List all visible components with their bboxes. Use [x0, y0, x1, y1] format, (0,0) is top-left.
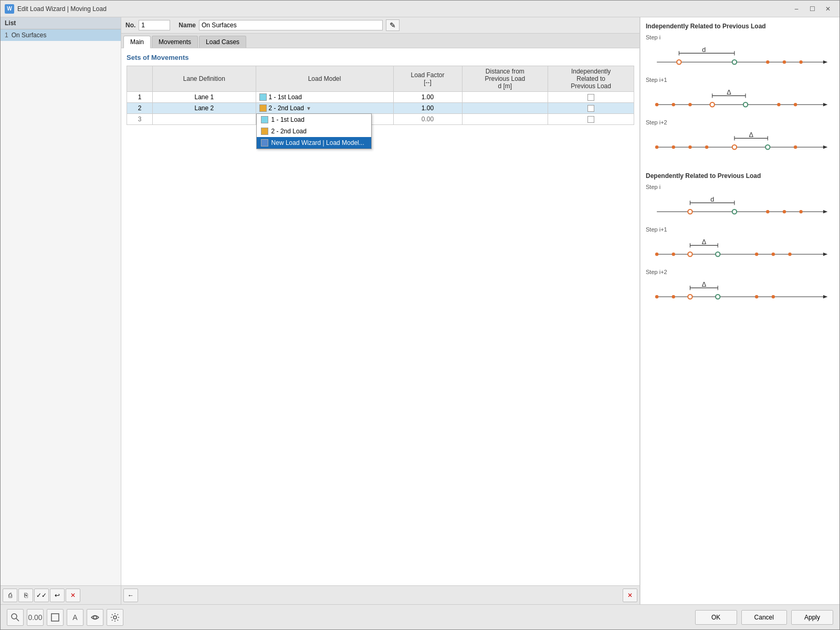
- delete-button[interactable]: ✕: [66, 589, 80, 602]
- footer: 0.00 A: [1, 604, 839, 629]
- list-item[interactable]: 1 On Surfaces: [1, 29, 121, 41]
- bottom-right-tools: ✕: [623, 589, 637, 602]
- svg-rect-75: [51, 614, 59, 621]
- measure-tool-button[interactable]: 0.00: [27, 609, 44, 626]
- independently-section: Independently Related to Previous Load S…: [646, 23, 834, 162]
- apply-button[interactable]: Apply: [791, 610, 833, 625]
- row3-checkbox[interactable]: [587, 116, 594, 123]
- svg-point-73: [12, 614, 17, 619]
- svg-marker-1: [823, 60, 827, 64]
- svg-point-23: [794, 103, 797, 106]
- row3-dist: [462, 114, 548, 125]
- svg-point-76: [93, 616, 97, 619]
- movements-table: Lane Definition Load Model Load Factor[-…: [127, 66, 634, 125]
- svg-point-56: [688, 252, 692, 256]
- dep-step-i2-diagram: Δ: [646, 278, 834, 310]
- dependently-section: Dependently Related to Previous Load Ste…: [646, 172, 834, 311]
- insert-row-button[interactable]: ←: [123, 589, 138, 602]
- svg-point-47: [799, 210, 802, 213]
- row2-dist: [462, 103, 548, 114]
- svg-marker-49: [823, 253, 827, 256]
- text-tool-button[interactable]: A: [67, 609, 83, 626]
- row2-checkbox[interactable]: [587, 105, 594, 112]
- tab-load-cases[interactable]: Load Cases: [199, 36, 246, 48]
- tab-main[interactable]: Main: [123, 36, 151, 48]
- row2-dropdown-arrow[interactable]: ▼: [306, 106, 311, 111]
- svg-point-8: [766, 60, 769, 64]
- row2-factor: 1.00: [393, 103, 462, 114]
- view-tool-button[interactable]: [87, 609, 103, 626]
- duplicate-button[interactable]: ⎘: [18, 589, 33, 602]
- check-button[interactable]: ✓✓: [34, 589, 49, 602]
- svg-point-22: [777, 103, 780, 106]
- row1-factor: 1.00: [393, 92, 462, 103]
- app-icon: W: [5, 4, 14, 14]
- select-icon: [50, 613, 60, 622]
- form-header: No. Name ✎: [121, 17, 639, 34]
- undo-button[interactable]: ↩: [50, 589, 65, 602]
- svg-point-67: [655, 295, 658, 298]
- center-panel: No. Name ✎ Main Movements Load Cases Set…: [121, 17, 640, 604]
- svg-text:d: d: [710, 196, 714, 203]
- minimize-button[interactable]: –: [789, 3, 804, 15]
- edit-name-button[interactable]: ✎: [386, 19, 400, 31]
- row1-indep: [548, 92, 634, 103]
- list-item-num: 1: [5, 32, 8, 39]
- col-header-dist: Distance fromPrevious Loadd [m]: [462, 66, 548, 92]
- dropdown-color-1: [261, 116, 268, 123]
- svg-text:d: d: [702, 46, 706, 54]
- svg-point-7: [732, 60, 737, 64]
- name-input[interactable]: [199, 20, 383, 30]
- name-field: Name ✎: [178, 19, 400, 31]
- svg-point-19: [688, 103, 691, 106]
- settings-tool-button[interactable]: [107, 609, 123, 626]
- dep-step-i1-diagram: Δ: [646, 236, 834, 267]
- close-button[interactable]: ✕: [821, 3, 835, 15]
- dropdown-item-1st[interactable]: 1 - 1st Load: [257, 114, 371, 125]
- dropdown-item-new[interactable]: New Load Wizard | Load Model...: [257, 137, 371, 149]
- row1-load-label: 1 - 1st Load: [269, 93, 302, 101]
- no-input[interactable]: [139, 20, 170, 30]
- step-i-label: Step i: [646, 34, 834, 40]
- row1-num: 1: [127, 92, 153, 103]
- ok-button[interactable]: OK: [695, 610, 737, 625]
- bottom-left-tools: ←: [123, 589, 138, 602]
- name-label: Name: [178, 22, 196, 29]
- list-toolbar: ⎙ ⎘ ✓✓ ↩ ✕: [1, 585, 121, 604]
- dep-step-i-diagram: d: [646, 193, 834, 225]
- dropdown-color-2: [261, 128, 268, 135]
- right-panel: Independently Related to Previous Load S…: [640, 17, 839, 604]
- row2-indep: [548, 103, 634, 114]
- svg-marker-62: [823, 295, 827, 298]
- row1-load[interactable]: 1 - 1st Load: [256, 92, 393, 103]
- main-window: W Edit Load Wizard | Moving Load – ☐ ✕ L…: [0, 0, 840, 630]
- footer-actions: OK Cancel Apply: [695, 610, 833, 625]
- window-controls: – ☐ ✕: [789, 3, 835, 15]
- svg-point-58: [755, 253, 758, 256]
- add-item-button[interactable]: ⎙: [3, 589, 17, 602]
- cancel-button[interactable]: Cancel: [741, 610, 787, 625]
- step-i2-label: Step i+2: [646, 119, 834, 125]
- select-tool-button[interactable]: [47, 609, 64, 626]
- dropdown-color-new: [261, 139, 268, 146]
- title-bar: W Edit Load Wizard | Moving Load – ☐ ✕: [1, 1, 839, 17]
- section-title: Sets of Movements: [127, 54, 634, 61]
- svg-marker-38: [823, 210, 827, 213]
- table-row: 3 ... 1 - 1st Load 0.00: [127, 114, 634, 125]
- maximize-button[interactable]: ☐: [805, 3, 820, 15]
- delete-row-button[interactable]: ✕: [623, 589, 637, 602]
- step-i-diagram: d: [646, 44, 834, 75]
- svg-point-57: [716, 252, 720, 256]
- tab-movements[interactable]: Movements: [152, 36, 198, 48]
- svg-text:Δ: Δ: [702, 238, 707, 246]
- svg-point-21: [743, 102, 748, 107]
- svg-point-71: [755, 295, 758, 298]
- dropdown-item-2nd[interactable]: 2 - 2nd Load: [257, 125, 371, 137]
- svg-point-31: [672, 145, 675, 149]
- table-row: 1 Lane 1 1 - 1st Load 1.00: [127, 92, 634, 103]
- col-header-load: Load Model: [256, 66, 393, 92]
- step-i1-diagram: Δ: [646, 86, 834, 118]
- row2-load[interactable]: 2 - 2nd Load ▼ 1 - 1st Load: [256, 103, 393, 114]
- row1-checkbox[interactable]: [587, 94, 594, 101]
- search-tool-button[interactable]: [7, 609, 24, 626]
